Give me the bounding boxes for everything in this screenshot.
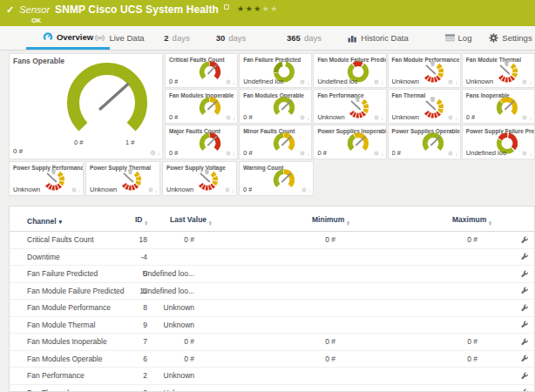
gauge-scale-min: 0 # xyxy=(74,139,83,146)
gauge-tile-fan-module-performance[interactable]: Fan Module PerformanceUnknown↓ xyxy=(388,53,461,88)
channel-settings-button[interactable] xyxy=(518,249,532,266)
gear-icon[interactable] xyxy=(374,151,379,157)
gear-icon[interactable] xyxy=(374,79,379,85)
gauge-tile-fan-performance[interactable]: Fan PerformanceUnknown↓ xyxy=(313,89,386,124)
gauge-tile-fan-modules-operable[interactable]: Fan Modules Operable0 #↓ xyxy=(239,89,312,124)
priority-star[interactable]: ★ xyxy=(237,4,246,13)
gauge-tile-fan-failure-predicted[interactable]: Fan Failure PredictedUndefined lookup v↓ xyxy=(239,53,312,88)
gauge-tile-fans-operable[interactable]: Fans Operable 0 # 1 # 0 # ↓ xyxy=(9,53,163,159)
gauges-panel: Fans Operable 0 # 1 # 0 # ↓ Critical Fau… xyxy=(9,53,535,159)
gauge-tile-power-supply-voltage[interactable]: Power Supply VoltageUnknown↓ xyxy=(162,161,237,196)
gear-icon[interactable] xyxy=(226,115,231,121)
gear-icon[interactable] xyxy=(300,115,305,121)
tab-2-days[interactable]: 2days xyxy=(155,26,199,50)
pin-icon[interactable]: ↓ xyxy=(233,116,236,121)
gear-icon[interactable] xyxy=(522,79,527,85)
gauge-tile-fan-modules-inoperable[interactable]: Fan Modules Inoperable0 #↓ xyxy=(165,89,238,124)
gear-icon[interactable] xyxy=(71,187,77,193)
gauge-tile-minor-faults-count[interactable]: Minor Faults Count0 #↓ xyxy=(239,125,312,159)
gear-icon[interactable] xyxy=(226,79,231,85)
pin-icon[interactable]: ↓ xyxy=(381,152,384,157)
gauge-tile-critical-faults-count[interactable]: Critical Faults Count0 #↓ xyxy=(165,53,238,88)
channel-settings-button[interactable] xyxy=(518,351,532,368)
channel-settings-button[interactable] xyxy=(518,232,532,248)
tab-30-days[interactable]: 30days xyxy=(207,26,254,50)
gauge-last-value: Unknown xyxy=(317,113,344,121)
gauge-tile-power-supply-failure-predicted[interactable]: Power Supply Failure PredictedUndefined … xyxy=(462,125,535,159)
gauge-tile-power-supply-thermal[interactable]: Power Supply ThermalUnknown↓ xyxy=(85,161,160,196)
gauge-tile-major-faults-count[interactable]: Major Faults Count0 #↓ xyxy=(165,125,238,159)
channel-settings-button[interactable] xyxy=(518,283,532,300)
channel-settings-button[interactable] xyxy=(518,317,532,334)
pin-icon[interactable]: ↓ xyxy=(78,188,82,193)
pin-icon[interactable]: ↓ xyxy=(455,80,458,85)
gear-icon[interactable] xyxy=(374,115,379,121)
gauge-tile-fans-inoperable[interactable]: Fans Inoperable0 #↓ xyxy=(462,89,535,124)
gear-icon[interactable] xyxy=(148,187,153,193)
gear-icon[interactable] xyxy=(448,151,453,157)
gauge-tile-fan-module-thermal[interactable]: Fan Module ThermalUnknown↓ xyxy=(462,53,535,88)
tab-settings[interactable]: Settings xyxy=(486,26,535,50)
pin-icon[interactable]: ↓ xyxy=(455,116,458,121)
gear-icon[interactable] xyxy=(150,150,156,157)
priority-star[interactable]: ★ xyxy=(270,4,279,13)
pin-icon[interactable]: ↓ xyxy=(307,116,310,121)
channel-last-value: Undefined loo... xyxy=(97,266,194,282)
gear-icon[interactable] xyxy=(522,115,527,121)
channel-settings-button[interactable] xyxy=(518,385,532,392)
tab-log[interactable]: Log xyxy=(439,26,477,50)
pin-icon[interactable]: ↓ xyxy=(381,80,384,85)
gear-icon[interactable] xyxy=(300,151,305,157)
gauge-tile-fan-thermal[interactable]: Fan ThermalUnknown↓ xyxy=(388,89,461,124)
gear-icon[interactable] xyxy=(301,187,307,193)
tab-365-days[interactable]: 365days xyxy=(277,26,331,50)
object-kind-label: Sensor xyxy=(19,4,50,15)
pin-icon[interactable]: ↓ xyxy=(232,188,235,193)
gear-icon[interactable] xyxy=(226,151,231,157)
needle-gauge xyxy=(420,130,446,156)
sort-header-channel[interactable]: Channel▾ xyxy=(27,217,62,226)
pin-icon[interactable]: ↓ xyxy=(529,116,532,121)
pin-icon[interactable]: ↓ xyxy=(529,152,532,157)
priority-star[interactable]: ★ xyxy=(254,4,262,13)
gauge-tile-fan-module-failure-predicted[interactable]: Fan Module Failure PredictedUndefined lo… xyxy=(313,53,386,88)
gear-icon[interactable] xyxy=(448,115,453,121)
needle-gauge xyxy=(271,130,297,156)
gauge-tile-power-supplies-inoperable[interactable]: Power Supplies Inoperable0 #↓ xyxy=(313,125,386,159)
channel-id: -4 xyxy=(105,249,147,266)
pin-icon[interactable]: ↓ xyxy=(233,152,236,157)
gauge-tile-warning-count[interactable]: Warning Count0 #↓ xyxy=(239,161,314,196)
priority-star[interactable]: ★ xyxy=(246,4,254,13)
sort-header-maximum[interactable]: Maximum▴▾ xyxy=(452,215,491,226)
pin-icon[interactable]: ↓ xyxy=(455,152,458,157)
pin-icon[interactable]: ↓ xyxy=(529,80,532,85)
channel-settings-button[interactable] xyxy=(518,368,532,384)
channel-settings-button[interactable] xyxy=(518,300,532,316)
pin-icon[interactable]: ↓ xyxy=(158,151,161,156)
pin-icon[interactable]: ↓ xyxy=(308,188,312,193)
pin-icon[interactable]: ↓ xyxy=(307,80,310,85)
sort-header-last-value[interactable]: Last Value▴▾ xyxy=(170,215,212,226)
pin-icon[interactable]: ↓ xyxy=(155,188,159,193)
gauge-last-value: Unknown xyxy=(13,186,40,193)
pin-icon[interactable]: ↓ xyxy=(381,116,384,121)
gear-icon[interactable] xyxy=(522,151,527,157)
channel-settings-button[interactable] xyxy=(518,334,532,350)
tile-actions: ↓ xyxy=(522,115,532,121)
channel-last-value: 0 # xyxy=(97,334,194,350)
gear-icon[interactable] xyxy=(448,79,453,85)
priority-star[interactable]: ★ xyxy=(262,4,271,13)
gear-icon[interactable] xyxy=(225,187,230,193)
gauge-tile-power-supply-performance[interactable]: Power Supply PerformanceUnknown↓ xyxy=(9,161,84,196)
gear-icon[interactable] xyxy=(300,79,305,85)
gauge-tile-power-supplies-operable[interactable]: Power Supplies Operable0 #↓ xyxy=(388,125,461,159)
tab-historic-data[interactable]: Historic Data xyxy=(343,26,413,50)
priority-stars[interactable]: ★★★★★ xyxy=(237,4,279,13)
channel-name: Fan Failure Predicted xyxy=(27,266,98,282)
tab-live-data[interactable]: Live Data xyxy=(89,26,150,50)
sort-header-minimum[interactable]: Minimum▴▾ xyxy=(312,215,349,226)
pin-icon[interactable]: ↓ xyxy=(307,152,310,157)
pin-icon[interactable]: ↓ xyxy=(233,80,236,85)
channel-settings-button[interactable] xyxy=(518,266,532,282)
sort-header-id[interactable]: ID▴▾ xyxy=(105,215,147,226)
